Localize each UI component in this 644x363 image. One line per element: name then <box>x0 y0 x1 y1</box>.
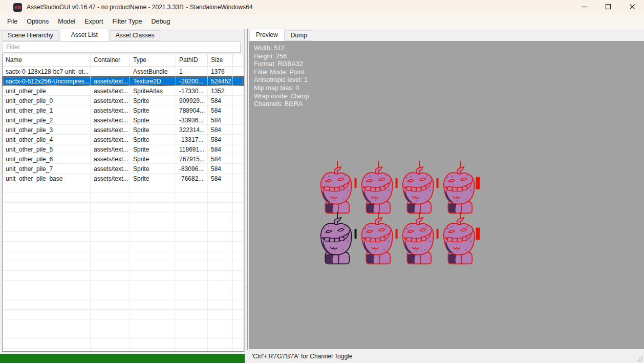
column-header-pathid[interactable]: PathID <box>176 54 208 66</box>
table-row[interactable]: unit_other_pile_1assets/text...Sprite788… <box>3 105 244 115</box>
cell-size: 584 <box>208 105 233 115</box>
cell-type: Sprite <box>130 144 176 154</box>
cell-pathid: 767915... <box>176 154 208 164</box>
preview-image <box>315 164 480 266</box>
cell-type: Sprite <box>130 154 176 164</box>
preview-info-line: Filter Mode: Point <box>254 69 309 77</box>
app-icon: AS <box>13 3 22 12</box>
cell-type: Sprite <box>130 115 176 125</box>
cell-filler <box>233 125 244 135</box>
close-icon <box>629 3 635 12</box>
cell-container: assets/text... <box>91 115 130 125</box>
sprite-2 <box>397 164 438 214</box>
cell-type: Sprite <box>130 174 176 183</box>
cell-container: assets/text... <box>91 164 130 174</box>
cell-container: assets/text... <box>91 135 130 144</box>
cell-name: sactx-0-128x128-bc7-unit_ot... <box>3 67 91 76</box>
cell-type: Sprite <box>130 125 176 135</box>
table-row[interactable]: unit_other_pile_2assets/text...Sprite-33… <box>3 115 244 125</box>
menu-item-model[interactable]: Model <box>53 18 80 25</box>
cell-pathid: 322314... <box>176 125 208 135</box>
cell-container: assets/text... <box>91 154 130 164</box>
table-row[interactable]: sactx-0-128x128-bc7-unit_ot...AssetBundl… <box>3 67 244 76</box>
table-row[interactable]: unit_other_pile_baseassets/text...Sprite… <box>3 174 244 183</box>
minimize-icon <box>581 3 587 12</box>
cell-size: 584 <box>208 174 233 183</box>
cell-name: unit_other_pile_4 <box>3 135 91 144</box>
table-row[interactable]: sactx-0-512x256-Uncompres...assets/text.… <box>3 76 244 86</box>
cell-name: unit_other_pile_5 <box>3 144 91 154</box>
cell-filler <box>233 154 244 164</box>
menu-item-debug[interactable]: Debug <box>147 18 175 25</box>
cell-container: assets/text... <box>91 174 130 183</box>
cell-container: assets/text... <box>91 125 130 135</box>
cell-name: unit_other_pile_base <box>3 174 91 183</box>
table-row[interactable]: unit_other_pile_5assets/text...Sprite118… <box>3 144 244 154</box>
preview-info-line: Width: 512 <box>254 45 309 53</box>
window-title: AssetStudioGUI v0.16.47 - no productName… <box>27 4 253 11</box>
cell-size: 584 <box>208 154 233 164</box>
table-row[interactable]: unit_other_pile_6assets/text...Sprite767… <box>3 154 244 164</box>
menu-item-filter-type[interactable]: Filter Type <box>108 18 146 25</box>
status-bar: 'Ctrl'+'R'/'G'/'B'/'A' for Channel Toggl… <box>247 350 644 363</box>
cell-pathid: -33936... <box>176 115 208 125</box>
cell-type: Sprite <box>130 135 176 144</box>
table-row[interactable]: unit_other_pileassets/text...SpriteAtlas… <box>3 86 244 96</box>
cell-name: sactx-0-512x256-Uncompres... <box>3 76 91 86</box>
minimize-button[interactable] <box>572 0 596 14</box>
column-header-type[interactable]: Type <box>130 54 176 66</box>
cell-type: SpriteAtlas <box>130 86 176 96</box>
sprite-3 <box>438 164 479 214</box>
tab-dump[interactable]: Dump <box>286 30 312 41</box>
cell-size: 524452 <box>208 76 233 86</box>
cell-size: 584 <box>208 144 233 154</box>
column-header-name[interactable]: Name <box>3 54 91 66</box>
table-row[interactable]: unit_other_pile_7assets/text...Sprite-83… <box>3 164 244 174</box>
cell-container: assets/text... <box>91 105 130 115</box>
cell-container: assets/text... <box>91 144 130 154</box>
tab-preview[interactable]: Preview <box>249 29 285 41</box>
menu-item-options[interactable]: Options <box>22 18 53 25</box>
sprite-5 <box>356 215 397 265</box>
column-header-container[interactable]: Container <box>91 54 130 66</box>
tab-asset-list[interactable]: Asset List <box>60 29 109 41</box>
cell-name: unit_other_pile_7 <box>3 164 91 174</box>
window-controls <box>572 0 644 14</box>
cell-filler <box>233 96 244 105</box>
maximize-button[interactable] <box>596 0 620 14</box>
cell-container: assets/text... <box>91 86 130 96</box>
close-button[interactable] <box>620 0 644 14</box>
table-row[interactable]: unit_other_pile_4assets/text...Sprite-13… <box>3 135 244 144</box>
cell-name: unit_other_pile <box>3 86 91 96</box>
sprite-0 <box>315 164 356 214</box>
tab-asset-classes[interactable]: Asset Classes <box>110 30 160 41</box>
sprite-7 <box>438 215 479 265</box>
cell-filler <box>233 67 244 76</box>
left-tab-strip: Scene HierarchyAsset ListAsset Classes <box>2 29 161 41</box>
table-row[interactable]: unit_other_pile_3assets/text...Sprite322… <box>3 125 244 135</box>
status-text: 'Ctrl'+'R'/'G'/'B'/'A' for Channel Toggl… <box>252 353 352 360</box>
table-row[interactable]: unit_other_pile_0assets/text...Sprite909… <box>3 96 244 105</box>
cell-type: Sprite <box>130 96 176 105</box>
preview-info-line: Wrap mode: Clamp <box>254 93 309 101</box>
menu-item-export[interactable]: Export <box>80 18 108 25</box>
cell-name: unit_other_pile_2 <box>3 115 91 125</box>
preview-info-line: Format: RGBA32 <box>254 60 309 69</box>
left-panel-border <box>244 29 245 352</box>
preview-info-line: Height: 256 <box>254 53 309 61</box>
filter-input[interactable] <box>3 41 241 53</box>
preview-canvas[interactable]: Width: 512Height: 256Format: RGBA32Filte… <box>249 41 644 349</box>
right-tab-strip: PreviewDump <box>249 29 313 41</box>
table-body: sactx-0-128x128-bc7-unit_ot...AssetBundl… <box>3 67 244 352</box>
table-header: NameContainerTypePathIDSize <box>3 54 244 67</box>
tab-scene-hierarchy[interactable]: Scene Hierarchy <box>2 30 59 41</box>
resize-grip-icon[interactable] <box>637 356 643 362</box>
column-header-size[interactable]: Size <box>208 54 233 66</box>
cell-filler <box>233 115 244 125</box>
cell-filler <box>233 135 244 144</box>
sprite-6 <box>397 215 438 265</box>
asset-list-table: NameContainerTypePathIDSize sactx-0-128x… <box>2 54 244 352</box>
menu-item-file[interactable]: File <box>3 18 22 25</box>
cell-name: unit_other_pile_1 <box>3 105 91 115</box>
cell-name: unit_other_pile_0 <box>3 96 91 105</box>
